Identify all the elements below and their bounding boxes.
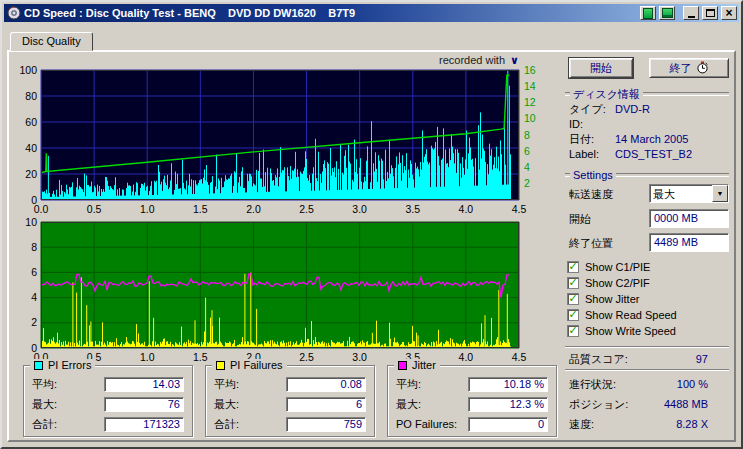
disc-label-row: Label:CDS_TEST_B2 bbox=[569, 147, 729, 161]
stats-row-max: 最大:12.3 % bbox=[396, 396, 548, 412]
app-window: CD Speed : Disc Quality Test - BENQ DVD … bbox=[0, 0, 743, 449]
transfer-rate-select[interactable]: 最大 ▼ bbox=[649, 184, 729, 203]
checkbox-show-read-speed[interactable]: ✓Show Read Speed bbox=[567, 308, 731, 322]
stats-row-total: 合計:759 bbox=[214, 416, 366, 432]
disc-id-row: ID: bbox=[569, 117, 729, 131]
right-panel: 開始 終了 ディスク情報 タイプ:DVD-R ID: 日付:14 March 2… bbox=[563, 58, 731, 438]
svg-text:12: 12 bbox=[524, 96, 536, 108]
svg-text:20: 20 bbox=[25, 168, 37, 180]
stat-value: 12.3 % bbox=[468, 397, 548, 412]
stat-value: 171323 bbox=[104, 417, 184, 432]
stats-row-avg: 平均:0.08 bbox=[214, 376, 366, 392]
stat-value: 10.18 % bbox=[468, 377, 548, 392]
svg-text:1.5: 1.5 bbox=[193, 203, 208, 215]
stat-value: 0.08 bbox=[286, 377, 366, 392]
titlebar-doc-icon[interactable] bbox=[640, 6, 656, 20]
green-doc-glyph bbox=[643, 8, 653, 19]
svg-text:2.5: 2.5 bbox=[299, 351, 314, 363]
progress-label: 進行状況: bbox=[569, 377, 616, 392]
quality-score-value: 97 bbox=[696, 353, 708, 365]
checkbox-box: ✓ bbox=[567, 261, 579, 273]
check-icon: ✓ bbox=[568, 325, 577, 336]
svg-text:1.5: 1.5 bbox=[193, 351, 208, 363]
svg-text:16: 16 bbox=[524, 66, 536, 76]
pi-failures-swatch bbox=[216, 361, 225, 370]
quality-score-label: 品質スコア: bbox=[569, 352, 628, 367]
disc-id-label: ID: bbox=[569, 118, 583, 130]
tab-disc-quality[interactable]: Disc Quality bbox=[10, 32, 93, 51]
stats-row-max: 最大:76 bbox=[32, 396, 184, 412]
stat-value: 76 bbox=[104, 397, 184, 412]
checkbox-show-c1-pie[interactable]: ✓Show C1/PIE bbox=[567, 260, 731, 274]
pi-errors-swatch bbox=[34, 361, 43, 370]
checkbox-show-c2-pif[interactable]: ✓Show C2/PIF bbox=[567, 276, 731, 290]
check-icon: ✓ bbox=[568, 293, 577, 304]
settings-group-header: Settings bbox=[565, 169, 729, 181]
disc-info-group-header: ディスク情報 bbox=[565, 88, 729, 100]
disc-label-label: Label: bbox=[569, 148, 599, 160]
stats-row-avg: 平均:14.03 bbox=[32, 376, 184, 392]
checkbox-label: Show Jitter bbox=[585, 293, 639, 305]
titlebar: CD Speed : Disc Quality Test - BENQ DVD … bbox=[4, 4, 739, 22]
checkbox-box: ✓ bbox=[567, 277, 579, 289]
stats-row-max: 最大:6 bbox=[214, 396, 366, 412]
svg-text:6: 6 bbox=[31, 266, 37, 278]
close-icon: × bbox=[725, 7, 732, 19]
disc-label-value: CDS_TEST_B2 bbox=[615, 148, 692, 160]
start-button[interactable]: 開始 bbox=[569, 58, 633, 78]
pi-errors-speed-chart: 0.00.51.01.52.02.53.03.54.04.50204060801… bbox=[11, 66, 559, 218]
checkbox-box: ✓ bbox=[567, 309, 579, 321]
window-title: CD Speed : Disc Quality Test - BENQ DVD … bbox=[24, 7, 637, 19]
pi-errors-stats-group: PI Errors 平均:14.03 最大:76 合計:171323 bbox=[23, 365, 193, 437]
svg-text:4: 4 bbox=[524, 161, 530, 173]
stats-group-title: Jitter bbox=[394, 359, 440, 371]
exit-button[interactable]: 終了 bbox=[649, 58, 729, 78]
stats-group-title: PI Errors bbox=[30, 359, 95, 371]
chevron-down-icon[interactable]: ▼ bbox=[712, 185, 728, 202]
svg-text:10: 10 bbox=[524, 112, 536, 124]
svg-text:4.5: 4.5 bbox=[512, 351, 527, 363]
svg-text:3.5: 3.5 bbox=[405, 203, 420, 215]
maximize-icon bbox=[706, 9, 715, 17]
separator bbox=[565, 346, 729, 348]
stats-group-label: PI Failures bbox=[230, 359, 283, 371]
svg-text:8: 8 bbox=[524, 129, 530, 141]
position-value: 4488 MB bbox=[664, 398, 708, 410]
stats-row-total: 合計:171323 bbox=[32, 416, 184, 432]
svg-text:2: 2 bbox=[31, 316, 37, 328]
disc-type-row: タイプ:DVD-R bbox=[569, 102, 729, 116]
checkbox-box: ✓ bbox=[567, 293, 579, 305]
end-position-field[interactable]: 4489 MB bbox=[649, 233, 729, 252]
separator bbox=[565, 369, 729, 371]
stat-label: 平均: bbox=[32, 377, 57, 392]
close-button[interactable]: × bbox=[721, 6, 737, 20]
disc-date-row: 日付:14 March 2005 bbox=[569, 132, 729, 146]
svg-text:8: 8 bbox=[31, 241, 37, 253]
logo-mark-icon: ∨ bbox=[510, 54, 519, 66]
position-row: ポジション:4488 MB bbox=[569, 397, 731, 411]
checkbox-show-write-speed[interactable]: ✓Show Write Speed bbox=[567, 324, 731, 338]
svg-text:4.0: 4.0 bbox=[459, 203, 474, 215]
minimize-icon bbox=[688, 16, 695, 18]
stat-label: 最大: bbox=[396, 397, 421, 412]
clock-icon bbox=[696, 61, 709, 76]
settings-group-title: Settings bbox=[573, 169, 613, 181]
maximize-button[interactable] bbox=[702, 6, 718, 20]
pi-failures-stats-group: PI Failures 平均:0.08 最大:6 合計:759 bbox=[205, 365, 375, 437]
svg-text:2.0: 2.0 bbox=[246, 203, 261, 215]
start-position-field[interactable]: 0000 MB bbox=[649, 209, 729, 228]
titlebar-monitor-icon[interactable] bbox=[659, 6, 675, 20]
stat-label: 最大: bbox=[32, 397, 57, 412]
check-icon: ✓ bbox=[568, 309, 577, 320]
stat-label: 合計: bbox=[32, 417, 57, 432]
minimize-button[interactable] bbox=[683, 6, 699, 20]
checkbox-label: Show C2/PIF bbox=[585, 277, 650, 289]
window-body: Disc Quality recorded with∨ 0.00.51.01.5… bbox=[4, 22, 739, 445]
checkbox-label: Show Read Speed bbox=[585, 309, 677, 321]
svg-text:0.5: 0.5 bbox=[87, 203, 102, 215]
checkbox-show-jitter[interactable]: ✓Show Jitter bbox=[567, 292, 731, 306]
tab-label: Disc Quality bbox=[22, 35, 81, 47]
stat-value: 759 bbox=[286, 417, 366, 432]
svg-text:3.0: 3.0 bbox=[352, 351, 367, 363]
stat-label: PO Failures: bbox=[396, 418, 457, 430]
